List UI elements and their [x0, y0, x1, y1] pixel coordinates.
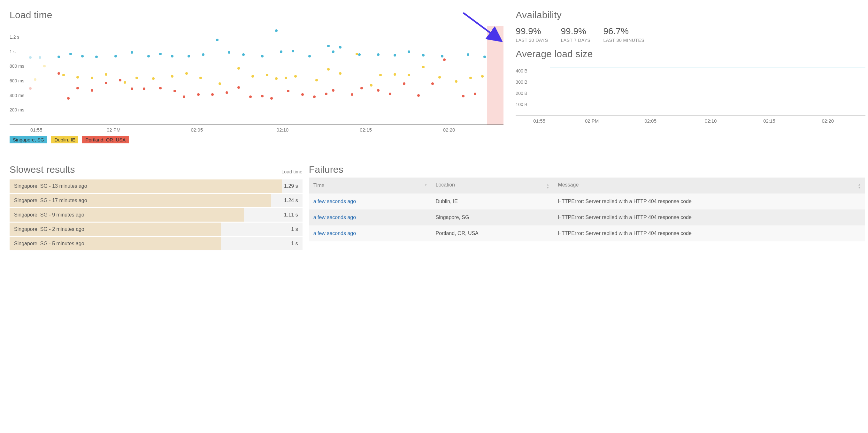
data-point[interactable]: [351, 93, 353, 96]
data-point[interactable]: [294, 75, 297, 77]
data-point[interactable]: [159, 87, 162, 90]
data-point[interactable]: [143, 88, 145, 90]
data-point[interactable]: [327, 45, 330, 47]
data-point[interactable]: [417, 94, 420, 97]
failure-time-link[interactable]: a few seconds ago: [313, 199, 356, 204]
data-point[interactable]: [152, 77, 155, 80]
data-point[interactable]: [171, 75, 174, 77]
data-point[interactable]: [147, 55, 150, 58]
data-point[interactable]: [292, 50, 294, 53]
data-point[interactable]: [339, 72, 342, 75]
data-point[interactable]: [360, 87, 363, 90]
data-point[interactable]: [325, 93, 328, 95]
data-point[interactable]: [69, 53, 72, 55]
data-point[interactable]: [58, 56, 60, 58]
data-point[interactable]: [313, 96, 316, 98]
data-point[interactable]: [261, 95, 264, 97]
data-point[interactable]: [438, 76, 441, 78]
data-point[interactable]: [275, 29, 278, 32]
data-point[interactable]: [431, 82, 434, 85]
data-point[interactable]: [67, 97, 70, 100]
data-point[interactable]: [327, 68, 330, 71]
data-point[interactable]: [237, 86, 240, 89]
slowest-row[interactable]: Singapore, SG - 2 minutes ago1 s: [9, 223, 303, 236]
failures-column-header[interactable]: Location▴▾: [431, 177, 554, 194]
data-point[interactable]: [462, 95, 465, 97]
data-point[interactable]: [422, 54, 425, 57]
data-point[interactable]: [81, 55, 84, 58]
data-point[interactable]: [358, 53, 361, 56]
data-point[interactable]: [159, 53, 162, 55]
data-point[interactable]: [185, 72, 188, 75]
data-point[interactable]: [29, 56, 32, 59]
failure-time-link[interactable]: a few seconds ago: [313, 231, 356, 236]
data-point[interactable]: [261, 55, 264, 58]
data-point[interactable]: [379, 74, 382, 76]
data-point[interactable]: [105, 73, 107, 76]
data-point[interactable]: [228, 51, 230, 54]
legend-item[interactable]: Dublin, IE: [51, 136, 78, 143]
data-point[interactable]: [481, 75, 484, 77]
data-point[interactable]: [408, 74, 410, 76]
data-point[interactable]: [114, 55, 117, 58]
failures-row[interactable]: a few seconds agoSingapore, SGHTTPError:…: [309, 209, 865, 226]
data-point[interactable]: [394, 54, 396, 57]
data-point[interactable]: [275, 77, 278, 80]
data-point[interactable]: [105, 82, 107, 84]
data-point[interactable]: [39, 56, 41, 59]
data-point[interactable]: [34, 78, 36, 81]
data-point[interactable]: [58, 72, 60, 75]
data-point[interactable]: [119, 79, 121, 81]
data-point[interactable]: [131, 51, 133, 54]
data-point[interactable]: [301, 93, 304, 96]
data-point[interactable]: [171, 55, 174, 58]
data-point[interactable]: [199, 77, 202, 79]
data-point[interactable]: [43, 65, 46, 67]
data-point[interactable]: [469, 77, 472, 79]
data-point[interactable]: [76, 87, 79, 90]
data-point[interactable]: [183, 96, 185, 98]
data-point[interactable]: [249, 96, 252, 98]
data-point[interactable]: [332, 51, 335, 53]
legend-item[interactable]: Portland, OR, USA: [82, 136, 129, 143]
legend-item[interactable]: Singapore, SG: [9, 136, 47, 143]
data-point[interactable]: [216, 39, 219, 41]
data-point[interactable]: [237, 67, 240, 70]
data-point[interactable]: [377, 89, 379, 92]
data-point[interactable]: [280, 51, 282, 53]
data-point[interactable]: [443, 59, 446, 61]
data-point[interactable]: [455, 80, 458, 83]
data-point[interactable]: [91, 89, 93, 92]
data-point[interactable]: [135, 77, 138, 79]
data-point[interactable]: [211, 93, 214, 96]
data-point[interactable]: [91, 77, 93, 79]
data-point[interactable]: [285, 77, 287, 79]
data-point[interactable]: [355, 53, 358, 55]
slowest-row[interactable]: Singapore, SG - 5 minutes ago1 s: [9, 237, 303, 251]
data-point[interactable]: [408, 51, 410, 53]
failures-row[interactable]: a few seconds agoPortland, OR, USAHTTPEr…: [309, 226, 865, 241]
data-point[interactable]: [287, 90, 289, 92]
load-time-chart[interactable]: 1.2 s1 s800 ms600 ms400 ms200 ms: [9, 26, 503, 125]
slowest-row[interactable]: Singapore, SG - 9 minutes ago1.11 s: [9, 208, 303, 222]
failures-column-header[interactable]: Message▴▾: [553, 177, 865, 194]
data-point[interactable]: [62, 74, 65, 76]
data-point[interactable]: [474, 93, 476, 95]
data-point[interactable]: [370, 84, 372, 87]
data-point[interactable]: [377, 53, 379, 56]
slowest-row[interactable]: Singapore, SG - 13 minutes ago1.29 s: [9, 179, 303, 193]
data-point[interactable]: [131, 88, 133, 90]
data-point[interactable]: [422, 66, 425, 68]
data-point[interactable]: [332, 89, 335, 92]
data-point[interactable]: [394, 73, 396, 76]
data-point[interactable]: [403, 82, 405, 85]
data-point[interactable]: [467, 53, 469, 56]
data-point[interactable]: [76, 76, 79, 78]
data-point[interactable]: [202, 53, 205, 56]
data-point[interactable]: [483, 56, 486, 58]
data-point[interactable]: [242, 53, 245, 56]
slowest-row[interactable]: Singapore, SG - 17 minutes ago1.24 s: [9, 194, 303, 207]
data-point[interactable]: [29, 87, 32, 90]
data-point[interactable]: [124, 81, 126, 84]
data-point[interactable]: [389, 93, 391, 95]
